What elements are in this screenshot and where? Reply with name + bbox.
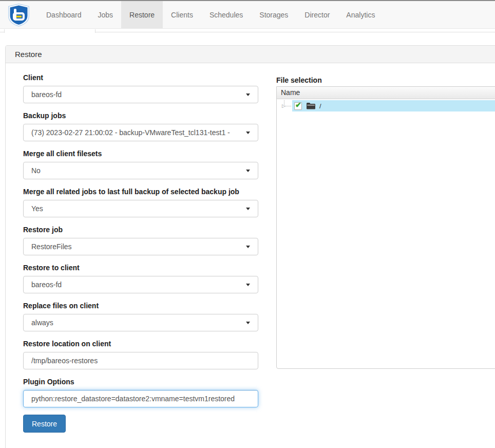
file-selection-column-header[interactable]: Name — [277, 87, 495, 99]
restore-panel-body: Client bareos-fd Backup jobs (73) 2023-0… — [6, 63, 495, 448]
sub-tabs-bar — [0, 29, 495, 32]
tree-node-selected[interactable]: ✔ / — [292, 100, 495, 111]
restore-job-label: Restore job — [23, 225, 258, 235]
bareos-logo[interactable] — [0, 1, 38, 28]
name-column-label: Name — [281, 88, 300, 97]
merge-related-label: Merge all related jobs to last full back… — [23, 186, 258, 197]
nav-item-dashboard[interactable]: Dashboard — [38, 1, 90, 29]
merge-related-select-value: Yes — [31, 204, 243, 213]
caret-down-icon — [246, 322, 250, 324]
nav-item-schedules[interactable]: Schedules — [201, 1, 251, 29]
expand-node-icon[interactable]: ▷ — [282, 102, 285, 110]
restore-job-select-value: RestoreFiles — [31, 242, 243, 251]
bareos-shield-icon — [7, 3, 31, 27]
restore-panel: Restore Client bareos-fd Backup jobs (73… — [5, 45, 495, 448]
restore-job-select[interactable]: RestoreFiles — [23, 238, 258, 255]
folder-icon — [307, 102, 315, 109]
nav-item-jobs[interactable]: Jobs — [90, 1, 122, 29]
panel-title: Restore — [6, 46, 495, 63]
plugin-options-group: Plugin Options — [23, 377, 258, 407]
restore-to-client-select[interactable]: bareos-fd — [23, 276, 258, 293]
replace-files-group: Replace files on client always — [23, 301, 258, 331]
restore-job-group: Restore job RestoreFiles — [23, 225, 258, 255]
backup-jobs-label: Backup jobs — [23, 110, 258, 121]
caret-down-icon — [246, 284, 250, 286]
replace-files-select[interactable]: always — [23, 314, 258, 331]
backup-jobs-select[interactable]: (73) 2023-02-27 21:00:02 - backup-VMware… — [23, 124, 258, 141]
merge-related-group: Merge all related jobs to last full back… — [23, 186, 258, 217]
restore-to-client-group: Restore to client bareos-fd — [23, 263, 258, 293]
restore-button[interactable]: Restore — [23, 415, 66, 433]
nav-item-restore[interactable]: Restore — [121, 1, 163, 29]
restore-location-label: Restore location on client — [23, 339, 258, 349]
tree-node-name: / — [319, 102, 321, 110]
tree-node-root: ▷ ✔ / — [277, 100, 495, 111]
client-label: Client — [23, 72, 258, 83]
client-select-value: bareos-fd — [31, 90, 243, 99]
nav-item-analytics[interactable]: Analytics — [338, 1, 383, 29]
nav-links: Dashboard Jobs Restore Clients Schedules… — [38, 1, 383, 28]
plugin-options-input[interactable] — [23, 390, 258, 407]
nav-item-clients[interactable]: Clients — [163, 1, 201, 29]
restore-location-input[interactable] — [23, 352, 258, 369]
caret-down-icon — [246, 132, 250, 134]
replace-files-label: Replace files on client — [23, 301, 258, 311]
backup-jobs-select-value: (73) 2023-02-27 21:00:02 - backup-VMware… — [31, 128, 243, 137]
caret-down-icon — [246, 94, 250, 96]
merge-filesets-select[interactable]: No — [23, 162, 258, 179]
checkbox-checked-icon[interactable]: ✔ — [294, 102, 302, 110]
file-selection-title: File selection — [276, 75, 495, 85]
restore-location-group: Restore location on client — [23, 339, 258, 369]
file-selection-section: File selection Name ▷ ✔ — [276, 75, 495, 369]
merge-related-select[interactable]: Yes — [23, 200, 258, 217]
backup-jobs-group: Backup jobs (73) 2023-02-27 21:00:02 - b… — [23, 110, 258, 141]
nav-item-director[interactable]: Director — [296, 1, 338, 29]
restore-to-client-select-value: bareos-fd — [31, 281, 243, 289]
tree-dotted-line-horizontal — [285, 106, 291, 106]
merge-filesets-group: Merge all client filesets No — [23, 148, 258, 179]
caret-down-icon — [246, 170, 250, 172]
caret-down-icon — [246, 246, 250, 248]
replace-files-select-value: always — [31, 319, 243, 327]
client-select[interactable]: bareos-fd — [23, 86, 258, 103]
client-group: Client bareos-fd — [23, 72, 258, 103]
merge-filesets-select-value: No — [31, 166, 243, 175]
file-selection-tree: Name ▷ ✔ / — [276, 86, 495, 369]
restore-form: Client bareos-fd Backup jobs (73) 2023-0… — [23, 72, 258, 433]
main-navbar: Dashboard Jobs Restore Clients Schedules… — [0, 1, 495, 29]
restore-to-client-label: Restore to client — [23, 263, 258, 273]
nav-item-storages[interactable]: Storages — [251, 1, 296, 29]
plugin-options-label: Plugin Options — [23, 377, 258, 387]
merge-filesets-label: Merge all client filesets — [23, 148, 258, 159]
caret-down-icon — [246, 208, 250, 210]
active-tab-stub[interactable] — [4, 29, 96, 33]
